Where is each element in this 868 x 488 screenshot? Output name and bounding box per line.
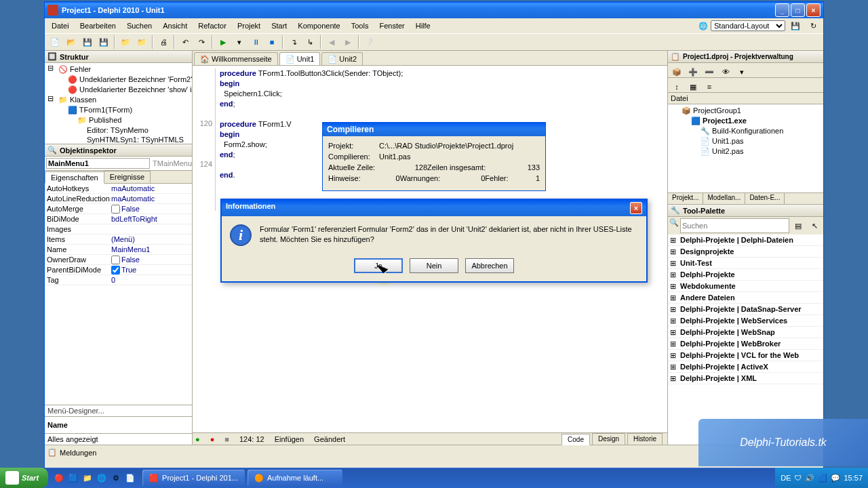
cancel-button[interactable]: Abbrechen	[465, 258, 514, 273]
menu-refactor[interactable]: Refactor	[194, 20, 231, 31]
save-icon[interactable]: 💾	[80, 35, 95, 49]
print-icon[interactable]: 🖨	[156, 35, 171, 49]
errors-node[interactable]: 🚫 Fehler	[46, 64, 191, 75]
ptab-model[interactable]: Modellan...	[703, 193, 745, 204]
lang-indicator[interactable]: DE	[781, 474, 791, 482]
undo-icon[interactable]: ↶	[178, 35, 193, 49]
menu-designer-link[interactable]: Menü-Designer...	[45, 405, 192, 416]
structure-tree[interactable]: 🚫 Fehler 🔴 Undeklarierter Bezeichner 'Fo…	[45, 63, 192, 144]
tray-icon[interactable]: 💬	[831, 474, 840, 483]
ql-icon[interactable]: 📁	[81, 470, 94, 486]
menu-komponente[interactable]: Komponente	[294, 20, 344, 31]
maximize-button[interactable]: □	[791, 3, 805, 17]
saveall-icon[interactable]: 💾	[96, 35, 111, 49]
palette-category[interactable]: Andere Dateien	[668, 292, 823, 304]
property-row[interactable]: AutoHotkeysmaAutomatic	[45, 184, 192, 194]
tree-item[interactable]: Editor: TSynMemo	[46, 125, 191, 135]
start-button[interactable]: Start	[0, 468, 48, 488]
clock[interactable]: 15:57	[844, 474, 863, 482]
layout-select[interactable]: Standard-Layout	[711, 20, 785, 31]
palette-category[interactable]: Delphi-Projekte | ActiveX	[668, 361, 823, 373]
unit2-node[interactable]: 📄 Unit2.pas	[669, 146, 822, 157]
minimize-button[interactable]: _	[775, 3, 789, 17]
back-icon[interactable]: ◀	[324, 35, 339, 49]
palette-category[interactable]: Delphi-Projekte	[668, 269, 823, 281]
trace-icon[interactable]: ↴	[286, 35, 301, 49]
close-button[interactable]: ×	[806, 3, 821, 17]
buildconf-node[interactable]: 🔧 Build-Konfigurationen	[669, 126, 822, 136]
proj-sort-icon[interactable]: ≡	[702, 79, 717, 94]
palette-category[interactable]: Delphi-Projekte | WebSnap	[668, 327, 823, 338]
layout-save-icon[interactable]: 💾	[788, 18, 803, 33]
ql-icon[interactable]: 🔴	[52, 470, 66, 486]
projgroup-node[interactable]: 📦 ProjectGroup1	[669, 106, 822, 116]
folder-icon[interactable]: 📁	[118, 35, 133, 49]
palette-category[interactable]: Delphi-Projekte | WebServices	[668, 315, 823, 327]
task-delphi[interactable]: 🟥 Project1 - Delphi 201...	[142, 470, 245, 486]
menu-fenster[interactable]: Fenster	[375, 20, 408, 31]
property-row[interactable]: BiDiModebdLeftToRight	[45, 214, 192, 224]
proj-remove-icon[interactable]: ➖	[702, 64, 717, 79]
toolpal-ptr-icon[interactable]: ↖	[807, 218, 822, 233]
no-button[interactable]: Nein	[410, 258, 458, 273]
messages-tab[interactable]: Meldungen	[60, 449, 96, 457]
ql-icon[interactable]: 🟦	[66, 470, 80, 486]
palette-category[interactable]: Designprojekte	[668, 246, 823, 258]
unit1-node[interactable]: 📄 Unit1.pas	[669, 136, 822, 146]
menu-projekt[interactable]: Projekt	[233, 20, 264, 31]
tray-icon[interactable]: 🟦	[818, 474, 827, 483]
menu-bearbeiten[interactable]: Bearbeiten	[76, 20, 120, 31]
run-dropdown-icon[interactable]: ▾	[232, 35, 247, 49]
tree-item[interactable]: SynHTMLSyn1: TSynHTMLS	[46, 135, 191, 144]
palette-category[interactable]: Delphi-Projekte | Delphi-Dateien	[668, 235, 823, 246]
menu-tools[interactable]: Tools	[347, 20, 373, 31]
run-icon[interactable]: ▶	[216, 35, 231, 49]
property-row[interactable]: ParentBiDiModeTrue	[45, 265, 192, 275]
folder2-icon[interactable]: 📁	[134, 35, 149, 49]
tab-unit2[interactable]: 📄 Unit2	[321, 52, 363, 65]
project-tree[interactable]: 📦 ProjectGroup1 🟦 Project1.exe 🔧 Build-K…	[668, 104, 823, 192]
palette-list[interactable]: Delphi-Projekte | Delphi-DateienDesignpr…	[668, 235, 823, 445]
menu-ansicht[interactable]: Ansicht	[159, 20, 191, 31]
tab-design[interactable]: Design	[592, 433, 625, 445]
menu-suchen[interactable]: Suchen	[123, 20, 156, 31]
palette-category[interactable]: Delphi-Projekte | DataSnap-Server	[668, 304, 823, 315]
tab-code[interactable]: Code	[561, 434, 590, 445]
proj-add-icon[interactable]: ➕	[686, 64, 701, 79]
error-item[interactable]: 🔴 Undeklarierter Bezeichner 'Form2' in	[46, 75, 191, 85]
yes-button[interactable]: Ja	[354, 258, 403, 273]
new-icon[interactable]: 📄	[47, 35, 62, 49]
toolpal-search-input[interactable]	[680, 218, 789, 233]
property-row[interactable]: Items(Menü)	[45, 235, 192, 245]
menu-hilfe[interactable]: Hilfe	[412, 20, 435, 31]
tab-events[interactable]: Ereignisse	[104, 171, 151, 183]
palette-category[interactable]: Webdokumente	[668, 281, 823, 292]
classes-node[interactable]: 📁 Klassen	[46, 95, 191, 105]
form-node[interactable]: 🟦 TForm1(TForm)	[46, 105, 191, 115]
property-row[interactable]: Images	[45, 224, 192, 235]
tab-unit1[interactable]: 📄 Unit1	[279, 52, 321, 65]
property-row[interactable]: NameMainMenu1	[45, 245, 192, 255]
project-node[interactable]: 🟦 Project1.exe	[669, 116, 822, 126]
redo-icon[interactable]: ↷	[194, 35, 209, 49]
proj-sync-icon[interactable]: ↕	[669, 79, 684, 94]
stop-icon[interactable]: ■	[264, 35, 279, 49]
proj-opts-icon[interactable]: ▾	[734, 64, 749, 79]
ql-icon[interactable]: ⚙	[109, 470, 123, 486]
ql-icon[interactable]: 🌐	[95, 470, 108, 486]
tab-properties[interactable]: Eigenschaften	[45, 171, 104, 184]
tray-icon[interactable]: 🛡	[794, 474, 802, 482]
menu-start[interactable]: Start	[267, 20, 291, 31]
step-icon[interactable]: ↳	[302, 35, 317, 49]
fwd-icon[interactable]: ▶	[340, 35, 355, 49]
tab-history[interactable]: Historie	[627, 433, 663, 445]
palette-category[interactable]: Delphi-Projekte | XML	[668, 373, 823, 384]
palette-category[interactable]: Delphi-Projekte | WebBroker	[668, 338, 823, 350]
property-row[interactable]: Tag0	[45, 275, 192, 285]
open-icon[interactable]: 📂	[64, 35, 79, 49]
pause-icon[interactable]: ⏸	[248, 35, 263, 49]
error-item[interactable]: 🔴 Undeklarierter Bezeichner 'show' in	[46, 85, 191, 95]
proj-view-icon[interactable]: 👁	[718, 64, 733, 79]
property-grid[interactable]: AutoHotkeysmaAutomaticAutoLineReductionm…	[45, 184, 192, 405]
palette-category[interactable]: Delphi-Projekte | VCL for the Web	[668, 350, 823, 361]
